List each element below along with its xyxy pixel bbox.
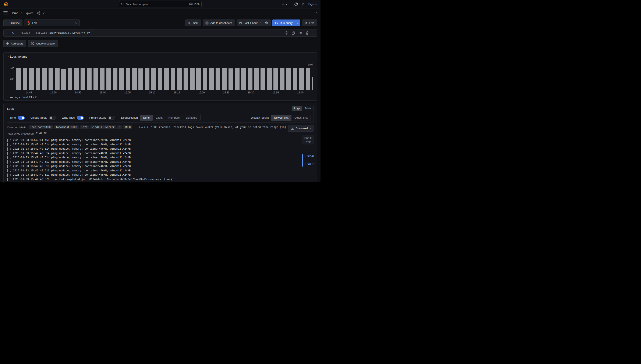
toggle-prettify-json[interactable] bbox=[108, 116, 115, 120]
log-row[interactable]: 2025-01-03 15:42:40.513ping update, memo… bbox=[7, 164, 314, 169]
expand-log-icon[interactable] bbox=[10, 174, 11, 176]
option-oldest-first[interactable]: Oldest first bbox=[291, 115, 311, 120]
start-of-range-button[interactable]: Start of range bbox=[302, 135, 314, 144]
expand-log-icon[interactable] bbox=[10, 144, 11, 146]
deduplication-label: Deduplication bbox=[121, 116, 138, 119]
line-limit-label: Line limit: bbox=[138, 126, 149, 129]
log-row[interactable]: 2025-01-03 15:42:40.513ping update, memo… bbox=[7, 169, 314, 173]
option-numbers[interactable]: Numbers bbox=[166, 115, 183, 120]
live-button[interactable]: Live bbox=[302, 20, 317, 26]
legend-series-name[interactable]: logs bbox=[15, 96, 20, 99]
deduplication-options: NoneExactNumbersSignature bbox=[140, 114, 201, 121]
drag-handle-icon[interactable] bbox=[312, 31, 314, 35]
mega-menu-button[interactable] bbox=[4, 11, 8, 14]
time-range-button[interactable]: Last 1 hour bbox=[237, 20, 263, 26]
logs-panel: Logs LogsTable TimeUnique labelsWrap lin… bbox=[4, 103, 317, 182]
expand-log-icon[interactable] bbox=[10, 166, 11, 167]
expand-query-icon[interactable] bbox=[6, 32, 8, 34]
volume-bar bbox=[254, 68, 259, 90]
display-results-label: Display results bbox=[251, 116, 269, 119]
toggle-time[interactable] bbox=[18, 116, 25, 120]
toggle-unique-labels[interactable] bbox=[49, 116, 56, 120]
expand-log-icon[interactable] bbox=[10, 178, 11, 180]
volume-bar bbox=[184, 68, 188, 90]
query-actions bbox=[285, 31, 314, 35]
share-options-button[interactable] bbox=[43, 13, 44, 13]
news-button[interactable] bbox=[301, 2, 305, 6]
remove-query-trash-icon[interactable] bbox=[306, 31, 309, 35]
breadcrumb-explore[interactable]: Explore bbox=[24, 12, 34, 14]
run-query-button[interactable]: Run query bbox=[273, 20, 295, 26]
log-row[interactable]: 2025-01-03 15:42:40.513ping update, memo… bbox=[7, 160, 314, 164]
duplicate-query-icon[interactable] bbox=[292, 31, 295, 35]
logs-table-toggle: LogsTable bbox=[292, 106, 314, 111]
query-help-icon[interactable] bbox=[285, 31, 288, 35]
datasource-picker[interactable]: Loki bbox=[24, 20, 80, 26]
visible-range-indicator[interactable]: 15:42:41 — 15:40:10 bbox=[302, 154, 315, 166]
option-none[interactable]: None bbox=[140, 115, 153, 120]
volume-bar bbox=[151, 68, 156, 90]
expand-log-icon[interactable] bbox=[10, 140, 11, 141]
outline-list-icon bbox=[6, 22, 9, 24]
log-timestamp: 2025-01-03 15:42:40.514 bbox=[13, 156, 50, 159]
volume-bar bbox=[87, 68, 92, 90]
expand-log-icon[interactable] bbox=[10, 161, 11, 163]
sign-in-button[interactable]: Sign in bbox=[308, 2, 317, 6]
log-row[interactable]: 2025-01-03 15:42:40.514ping update, memo… bbox=[7, 147, 314, 151]
log-row[interactable]: 2025-01-03 15:42:40.513ping update, memo… bbox=[7, 173, 314, 177]
option-newest-first[interactable]: Newest first bbox=[271, 115, 291, 120]
chevron-down-icon bbox=[43, 12, 45, 13]
common-labels-row: Common labels: localhost:3000localhost:3… bbox=[7, 125, 282, 130]
zoom-out-time-button[interactable] bbox=[263, 20, 270, 26]
new-menu-button[interactable] bbox=[282, 2, 287, 6]
log-timestamp: 2025-01-03 15:42:40.513 bbox=[13, 169, 50, 172]
log-row[interactable]: 2025-01-03 15:42:40.378inserted complete… bbox=[7, 177, 314, 182]
log-message: inserted completed job: 01942de7-bf1b-5a… bbox=[51, 178, 172, 181]
volume-bar bbox=[36, 68, 40, 90]
chart-legend[interactable]: logs Total: 24.7 K bbox=[10, 96, 37, 99]
logs-volume-header[interactable]: Logs volume bbox=[7, 54, 314, 59]
help-button[interactable] bbox=[294, 2, 298, 6]
add-to-dashboard-button[interactable]: Add to dashboard bbox=[203, 20, 235, 26]
x-axis-tick-label: 15:15 bbox=[174, 91, 180, 94]
option-exact[interactable]: Exact bbox=[153, 115, 166, 120]
expand-log-icon[interactable] bbox=[10, 148, 11, 150]
log-row[interactable]: 2025-01-03 15:42:40.371update flow statu… bbox=[7, 182, 314, 182]
topbar-divider bbox=[291, 2, 291, 6]
y-axis-tick-label: 200 bbox=[7, 78, 14, 81]
volume-bar bbox=[74, 68, 79, 90]
split-button[interactable]: Split bbox=[185, 20, 201, 26]
collapse-section-icon[interactable] bbox=[7, 55, 9, 57]
toggle-wrap-lines[interactable] bbox=[77, 116, 84, 120]
option-logs[interactable]: Logs bbox=[292, 106, 302, 111]
log-row[interactable]: 2025-01-03 15:42:40.514ping update, memo… bbox=[7, 142, 314, 147]
total-bytes-label: Total bytes processed: bbox=[7, 132, 34, 135]
grafana-logo-icon[interactable] bbox=[4, 2, 9, 7]
volume-bar bbox=[261, 68, 265, 90]
loki-logo-icon bbox=[27, 21, 31, 25]
breadcrumb-home[interactable]: Home bbox=[11, 12, 18, 14]
clock-icon bbox=[239, 22, 242, 24]
log-row[interactable]: 2025-01-03 15:42:41.468ping update, memo… bbox=[7, 138, 314, 142]
expand-log-icon[interactable] bbox=[10, 157, 11, 158]
log-row[interactable]: 2025-01-03 15:42:40.514ping update, memo… bbox=[7, 156, 314, 160]
add-query-button[interactable]: Add query bbox=[4, 40, 26, 47]
range-separator: — bbox=[304, 159, 315, 162]
query-inspector-button[interactable]: Query inspector bbox=[28, 40, 58, 47]
hide-response-eye-icon[interactable] bbox=[298, 32, 302, 34]
query-expression[interactable]: {service_name="windmill-worker"} |= `` bbox=[34, 32, 95, 34]
download-button[interactable]: Download bbox=[288, 125, 314, 132]
log-timestamp: 2025-01-03 15:42:40.514 bbox=[13, 143, 50, 146]
split-columns-icon bbox=[188, 22, 191, 24]
help-icon bbox=[294, 2, 298, 6]
collapse-pane-button[interactable] bbox=[316, 12, 317, 14]
option-signature[interactable]: Signature bbox=[183, 115, 200, 120]
outline-button[interactable]: Outline bbox=[4, 20, 23, 26]
expand-log-icon[interactable] bbox=[10, 170, 11, 172]
run-query-options-button[interactable] bbox=[295, 20, 300, 26]
expand-log-icon[interactable] bbox=[10, 152, 11, 154]
share-shortlink-button[interactable] bbox=[37, 11, 40, 15]
option-table[interactable]: Table bbox=[302, 106, 313, 111]
volume-bar bbox=[286, 68, 291, 90]
log-row[interactable]: 2025-01-03 15:42:40.514ping update, memo… bbox=[7, 151, 314, 156]
